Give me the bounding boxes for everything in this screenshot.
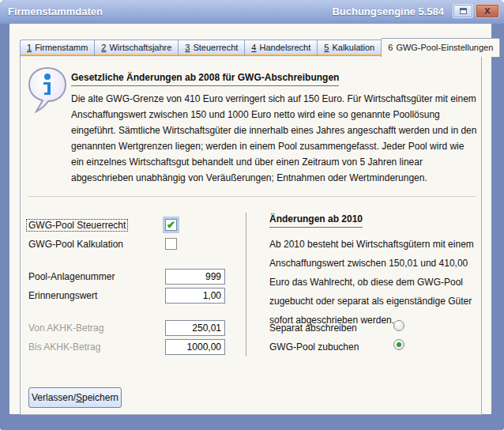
- section-body-2010: Ab 2010 besteht bei Wirtschaftsgütern mi…: [269, 235, 484, 330]
- window-content: 1 Firmenstamm 2 Wirtschaftsjahre 3 Steue…: [9, 24, 491, 414]
- label-gwg-pool-steuerrecht: GWG-Pool Steuerrecht: [26, 219, 128, 232]
- checkbox-gwg-pool-steuerrecht[interactable]: ✔: [165, 219, 177, 231]
- close-icon: X: [484, 6, 490, 16]
- tab-number: 3: [185, 43, 190, 52]
- tab-panel-gwg-pool: Gesetzliche Änderungen ab 2008 für GWG-A…: [20, 55, 482, 415]
- info-speech-bubble-icon: [27, 66, 68, 120]
- tabstrip: 1 Firmenstamm 2 Wirtschaftsjahre 3 Steue…: [20, 38, 500, 56]
- input-von-akhk-betrag[interactable]: [165, 320, 225, 336]
- section-body-2008: Die alte GWG-Grenze von 410 Euro verring…: [71, 91, 477, 186]
- close-button[interactable]: X: [476, 4, 499, 18]
- section-heading-2010: Änderungen ab 2010: [269, 213, 363, 228]
- tab-label: Wirtschaftsjahre: [109, 43, 171, 52]
- label-gwg-pool-kalkulation: GWG-Pool Kalkulation: [28, 239, 123, 250]
- input-bis-akhk-betrag[interactable]: [165, 339, 225, 355]
- radio-gwg-pool-zubuchen[interactable]: [393, 339, 404, 350]
- tab-firmenstamm[interactable]: 1 Firmenstamm: [20, 40, 94, 56]
- checkmark-icon: ✔: [167, 220, 175, 230]
- tab-kalkulation[interactable]: 5 Kalkulation: [317, 40, 381, 56]
- radio-separat-abschreiben[interactable]: [393, 320, 404, 331]
- tab-number: 4: [251, 43, 256, 52]
- tab-label: Steuerrecht: [193, 43, 238, 52]
- checkbox-gwg-pool-kalkulation[interactable]: ✔: [165, 238, 177, 250]
- input-pool-anlagenummer[interactable]: [165, 269, 225, 285]
- section-heading-2008: Gesetzliche Änderungen ab 2008 für GWG-A…: [71, 72, 339, 86]
- window-title: Firmenstammdaten: [8, 6, 103, 17]
- horizontal-separator: [28, 196, 476, 197]
- vertical-separator: [246, 213, 246, 356]
- label-von-akhk-betrag: Von AKHK-Betrag: [28, 322, 103, 334]
- button-label-part: Verlassen/: [32, 392, 76, 403]
- label-separat-abschreiben: Separat abschreiben: [269, 322, 357, 334]
- tab-label: Handelsrecht: [259, 43, 310, 52]
- window-subtitle: Buchungsengine 5.584: [332, 6, 444, 17]
- label-pool-anlagenummer: Pool-Anlagenummer: [28, 271, 115, 282]
- button-label-part: peichern: [82, 392, 118, 403]
- titlebar: Firmenstammdaten Buchungsengine 5.584 X: [0, 0, 504, 24]
- tab-number: 6: [388, 43, 393, 52]
- tab-number: 5: [324, 43, 329, 52]
- label-gwg-pool-zubuchen: GWG-Pool zubuchen: [269, 341, 359, 353]
- tab-label: Kalkulation: [332, 43, 374, 52]
- input-erinnerungswert[interactable]: [165, 288, 225, 304]
- firmenstammdaten-window: Firmenstammdaten Buchungsengine 5.584 X …: [0, 0, 504, 430]
- tab-steuerrecht[interactable]: 3 Steuerrecht: [178, 40, 244, 56]
- tab-number: 1: [27, 43, 32, 52]
- tab-label: Firmenstamm: [35, 43, 88, 52]
- tab-label: GWG-Pool-Einstellungen: [396, 43, 493, 52]
- radio-dot-icon: [397, 342, 401, 347]
- button-mnemonic: S: [76, 392, 82, 403]
- label-erinnerungswert: Erinnerungswert: [28, 290, 97, 301]
- tab-number: 2: [101, 43, 106, 52]
- restore-button[interactable]: [453, 4, 473, 18]
- tab-handelsrecht[interactable]: 4 Handelsrecht: [244, 40, 317, 56]
- tab-gwg-pool-einstellungen[interactable]: 6 GWG-Pool-Einstellungen: [381, 38, 500, 57]
- tab-wirtschaftsjahre[interactable]: 2 Wirtschaftsjahre: [94, 40, 178, 56]
- label-bis-akhk-betrag: Bis AKHK-Betrag: [28, 341, 100, 353]
- verlassen-speichern-button[interactable]: Verlassen/Speichern: [28, 387, 122, 408]
- restore-icon: [460, 8, 467, 14]
